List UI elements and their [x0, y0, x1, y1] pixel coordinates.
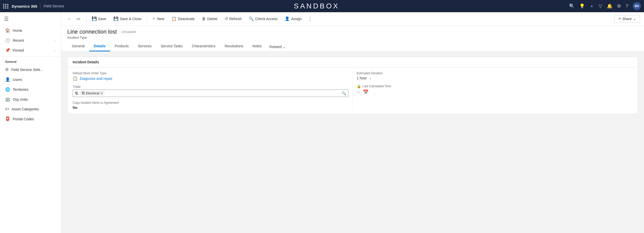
top-navigation: Dynamics 365 Field Service SANDBOX 🔍 💡 ＋…: [0, 0, 644, 12]
tab-general[interactable]: General: [67, 41, 89, 51]
save-label: Save: [98, 17, 106, 21]
tab-related-dropdown[interactable]: Related ⌄: [266, 42, 289, 51]
sidebar-item-label: Users: [13, 78, 22, 82]
trade-tag-value: Electrical: [86, 91, 99, 95]
expand-icon: ⌄: [53, 39, 56, 42]
sidebar-item-territories[interactable]: 🌐 Territories: [0, 84, 61, 94]
new-label: New: [157, 17, 164, 21]
assign-button[interactable]: 👤 Assign: [282, 15, 305, 23]
save-button[interactable]: 💾 Save: [89, 15, 109, 23]
form-area: Incident Details Default Work Order Type…: [61, 52, 644, 233]
back-button[interactable]: ←: [65, 15, 73, 23]
last-calculated-time-field: 🔒 Last Calculated Time --- 📅: [357, 84, 633, 95]
work-order-link-icon: 📋: [73, 76, 78, 81]
home-icon: 🏠: [5, 28, 10, 33]
settings-icon[interactable]: ⚙: [617, 3, 621, 9]
sidebar-menu-toggle[interactable]: ☰: [0, 12, 61, 25]
deactivate-icon: 📋: [172, 16, 177, 21]
sidebar-item-org-units[interactable]: 🏢 Org Units: [0, 94, 61, 104]
main-content: ← ▭ 💾 Save 💾 Save & Close ＋ New 📋 Deacti…: [61, 12, 644, 233]
lock-icon: 🔒: [357, 84, 361, 88]
tab-characteristics[interactable]: Characteristics: [187, 41, 220, 51]
delete-label: Delete: [207, 17, 217, 21]
trade-tag-remove[interactable]: ✕: [100, 92, 103, 95]
refresh-icon: ↺: [225, 16, 228, 21]
sidebar-item-home[interactable]: 🏠 Home: [0, 25, 61, 35]
user-avatar[interactable]: BD: [633, 2, 641, 10]
filter-icon[interactable]: ▽: [599, 3, 602, 9]
refresh-button[interactable]: ↺ Refresh: [221, 15, 245, 23]
sidebar-item-label: Recent: [13, 38, 24, 42]
sidebar-item-postal-codes[interactable]: 📮 Postal Codes: [0, 114, 61, 124]
add-icon[interactable]: ＋: [589, 3, 594, 9]
sidebar-item-label: Pinned: [13, 48, 24, 52]
copy-incident-value: No: [73, 106, 348, 110]
form-right-column: Estimated Duration 1 hour ⌄ 🔒 Last Calcu…: [353, 71, 633, 110]
sidebar-divider: [0, 56, 61, 56]
default-work-order-type-label: Default Work Order Type: [73, 71, 348, 75]
deactivate-button[interactable]: 📋 Deactivate: [168, 15, 198, 23]
lightbulb-icon[interactable]: 💡: [579, 3, 585, 9]
tab-details[interactable]: Details: [89, 41, 110, 51]
notifications-icon[interactable]: 🔔: [607, 3, 612, 9]
trade-search-icon[interactable]: 🔍: [342, 91, 346, 95]
sidebar-item-pinned[interactable]: 📌 Pinned ⌄: [0, 45, 61, 55]
tab-notes[interactable]: Notes: [248, 41, 267, 51]
save-close-button[interactable]: 💾 Save & Close: [110, 15, 144, 23]
last-calculated-label: Last Calculated Time: [363, 84, 391, 88]
app-launcher-button[interactable]: [3, 4, 9, 9]
duration-dropdown-icon[interactable]: ⌄: [369, 76, 372, 80]
sandbox-label: SANDBOX: [67, 2, 566, 10]
sidebar-item-label: Field Service Setti...: [11, 68, 43, 72]
save-icon: 💾: [92, 16, 97, 21]
sidebar-item-asset-categories[interactable]: 🏷 Asset Categories: [0, 104, 61, 114]
sidebar: ☰ 🏠 Home 🕐 Recent ⌄ 📌 Pinned ⌄ General ⚙…: [0, 12, 61, 233]
sidebar-item-label: Postal Codes: [13, 117, 34, 121]
form-section-header: Incident Details: [68, 57, 638, 67]
share-button[interactable]: ↗ Share ⌄: [614, 15, 640, 23]
expand-icon: ⌄: [53, 49, 56, 52]
check-access-icon: 🔍: [249, 16, 254, 21]
tab-service-tasks[interactable]: Service Tasks: [156, 41, 187, 51]
sidebar-item-users[interactable]: 👤 Users: [0, 75, 61, 84]
pin-icon: 📌: [5, 48, 10, 53]
assign-label: Assign: [291, 17, 302, 21]
sidebar-item-field-service-settings[interactable]: ⚙ Field Service Setti...: [0, 65, 61, 75]
brand-label: Dynamics 365: [12, 4, 37, 8]
estimated-duration-label: Estimated Duration: [357, 71, 633, 75]
new-icon: ＋: [152, 16, 156, 21]
trade-tag-icon: 🏗: [82, 91, 85, 95]
postal-icon: 📮: [5, 116, 10, 121]
unsaved-indicator: - Unsaved: [119, 30, 136, 34]
delete-button[interactable]: 🗑 Delete: [199, 15, 220, 23]
form-left-column: Default Work Order Type 📋 Diagnosis and …: [73, 71, 353, 110]
toolbar-separator: [147, 15, 147, 22]
tab-products[interactable]: Products: [110, 41, 133, 51]
check-access-button[interactable]: 🔍 Check Access: [246, 15, 281, 23]
sidebar-item-label: Home: [13, 28, 22, 33]
form-body: Default Work Order Type 📋 Diagnosis and …: [68, 67, 638, 114]
record-title: Line connection lost: [67, 28, 117, 35]
sidebar-item-recent[interactable]: 🕐 Recent ⌄: [0, 35, 61, 45]
tab-services[interactable]: Services: [133, 41, 156, 51]
popout-button[interactable]: ▭: [74, 15, 82, 23]
work-order-type-link[interactable]: Diagnosis and repair: [80, 77, 112, 81]
help-icon[interactable]: ?: [626, 4, 628, 9]
more-options-button[interactable]: ⋮: [306, 14, 314, 23]
share-icon: ↗: [618, 17, 621, 21]
app-label: Field Service: [44, 4, 64, 8]
trade-input-box[interactable]: 🏗 🏗 Electrical ✕ 🔍: [73, 90, 348, 97]
trade-field: Trade 🏗 🏗 Electrical ✕ 🔍: [73, 85, 348, 97]
toolbar: ← ▭ 💾 Save 💾 Save & Close ＋ New 📋 Deacti…: [61, 12, 644, 25]
estimated-duration-value: 1 hour: [357, 76, 367, 80]
tab-resolutions[interactable]: Resolutions: [220, 41, 248, 51]
search-icon[interactable]: 🔍: [569, 3, 575, 9]
assign-icon: 👤: [285, 16, 290, 21]
calendar-icon[interactable]: 📅: [363, 89, 369, 95]
last-calculated-value: ---: [357, 90, 360, 94]
estimated-duration-field: Estimated Duration 1 hour ⌄: [357, 71, 633, 80]
share-label: Share: [622, 17, 632, 21]
nav-icons: 🔍 💡 ＋ ▽ 🔔 ⚙ ? BD: [569, 2, 641, 10]
new-button[interactable]: ＋ New: [149, 14, 167, 23]
sidebar-item-label: Asset Categories: [12, 107, 39, 111]
